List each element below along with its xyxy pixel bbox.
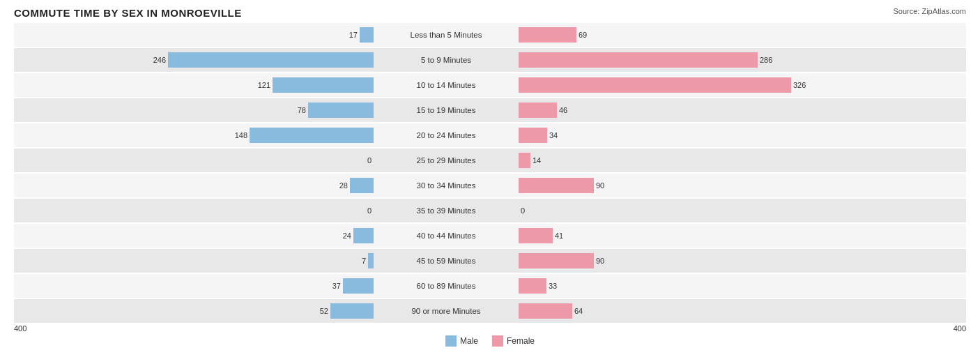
male-section: 24 (14, 228, 376, 243)
male-value: 121 (258, 81, 270, 89)
male-value: 148 (235, 131, 247, 139)
male-value: 24 (343, 232, 351, 240)
female-section: 69 (516, 27, 878, 43)
legend-female: Female (492, 335, 535, 347)
legend: Male Female (14, 335, 966, 347)
female-bar: 64 (519, 303, 572, 319)
row-label: 15 to 19 Minutes (376, 106, 516, 114)
table-row: 2465 to 9 Minutes286 (14, 48, 966, 72)
male-section: 78 (14, 103, 376, 118)
legend-female-label: Female (507, 336, 535, 346)
female-section: 34 (516, 128, 878, 143)
female-bar: 33 (519, 278, 546, 294)
female-value: 34 (549, 131, 558, 139)
female-value: 33 (549, 282, 557, 290)
male-section: 0 (14, 203, 376, 218)
female-section: 46 (516, 103, 878, 118)
female-bar: 69 (519, 27, 576, 43)
female-section: 0 (516, 203, 878, 218)
female-value: 41 (555, 232, 563, 240)
male-bar: 121 (273, 77, 374, 93)
male-value: 52 (320, 307, 328, 315)
row-label: 90 or more Minutes (376, 307, 516, 315)
row-label: 30 to 34 Minutes (376, 181, 516, 190)
female-section: 33 (516, 278, 878, 294)
male-bar: 246 (168, 52, 374, 68)
legend-male-label: Male (460, 336, 478, 346)
male-value: 28 (339, 181, 348, 190)
male-value: 0 (367, 156, 372, 165)
table-row: 5290 or more Minutes64 (14, 299, 966, 323)
chart-title: COMMUTE TIME BY SEX IN MONROEVILLE (14, 7, 242, 19)
male-section: 7 (14, 253, 376, 268)
male-section: 37 (14, 278, 376, 294)
legend-male: Male (445, 335, 478, 347)
female-bar: 286 (519, 52, 758, 68)
male-section: 246 (14, 52, 376, 68)
female-value: 286 (760, 56, 772, 64)
male-bar: 7 (368, 253, 374, 268)
male-bar: 148 (250, 128, 374, 143)
row-label: 5 to 9 Minutes (376, 56, 516, 64)
table-row: 035 to 39 Minutes0 (14, 199, 966, 222)
table-row: 2440 to 44 Minutes41 (14, 224, 966, 248)
male-bar: 24 (353, 228, 374, 243)
male-value: 7 (362, 257, 366, 265)
male-section: 28 (14, 178, 376, 193)
female-bar: 34 (519, 128, 547, 143)
table-row: 17Less than 5 Minutes69 (14, 23, 966, 47)
chart-container: COMMUTE TIME BY SEX IN MONROEVILLE Sourc… (0, 0, 980, 364)
female-value: 14 (533, 156, 541, 165)
male-bar: 78 (308, 103, 374, 118)
male-bar: 37 (343, 278, 374, 294)
female-bar: 14 (519, 153, 530, 168)
table-row: 7815 to 19 Minutes46 (14, 98, 966, 122)
male-value: 37 (332, 282, 341, 290)
female-value: 46 (559, 106, 567, 114)
table-row: 745 to 59 Minutes90 (14, 249, 966, 273)
female-bar: 46 (519, 103, 557, 118)
table-row: 2830 to 34 Minutes90 (14, 174, 966, 197)
male-section: 52 (14, 303, 376, 319)
row-label: 25 to 29 Minutes (376, 156, 516, 165)
row-label: 10 to 14 Minutes (376, 81, 516, 89)
table-row: 12110 to 14 Minutes326 (14, 73, 966, 97)
row-label: 35 to 39 Minutes (376, 206, 516, 215)
female-value: 69 (579, 31, 587, 39)
female-bar: 90 (519, 178, 594, 193)
row-label: Less than 5 Minutes (376, 31, 516, 39)
table-row: 3760 to 89 Minutes33 (14, 274, 966, 298)
female-value: 0 (521, 206, 525, 215)
legend-female-box (492, 335, 503, 347)
row-label: 20 to 24 Minutes (376, 131, 516, 139)
row-label: 40 to 44 Minutes (376, 232, 516, 240)
female-section: 41 (516, 228, 878, 243)
legend-male-box (445, 335, 457, 347)
male-value: 246 (153, 56, 166, 64)
female-bar: 90 (519, 253, 594, 268)
female-section: 326 (516, 77, 878, 93)
chart-source: Source: ZipAtlas.com (893, 7, 966, 15)
female-section: 90 (516, 178, 878, 193)
female-value: 64 (574, 307, 583, 315)
male-bar: 28 (350, 178, 374, 193)
female-value: 90 (596, 257, 604, 265)
male-section: 0 (14, 153, 376, 168)
female-value: 90 (596, 181, 604, 190)
male-section: 17 (14, 27, 376, 43)
axis-labels: 400 400 (14, 324, 966, 333)
female-section: 90 (516, 253, 878, 268)
male-value: 78 (298, 106, 306, 114)
female-section: 14 (516, 153, 878, 168)
female-value: 326 (793, 81, 806, 89)
axis-left: 400 (14, 324, 26, 333)
axis-right: 400 (954, 324, 966, 333)
chart-area: 17Less than 5 Minutes692465 to 9 Minutes… (14, 23, 966, 323)
chart-header: COMMUTE TIME BY SEX IN MONROEVILLE Sourc… (14, 7, 966, 19)
male-bar: 52 (330, 303, 374, 319)
female-bar: 326 (519, 77, 791, 93)
row-label: 60 to 89 Minutes (376, 282, 516, 290)
male-section: 121 (14, 77, 376, 93)
male-section: 148 (14, 128, 376, 143)
table-row: 14820 to 24 Minutes34 (14, 123, 966, 147)
